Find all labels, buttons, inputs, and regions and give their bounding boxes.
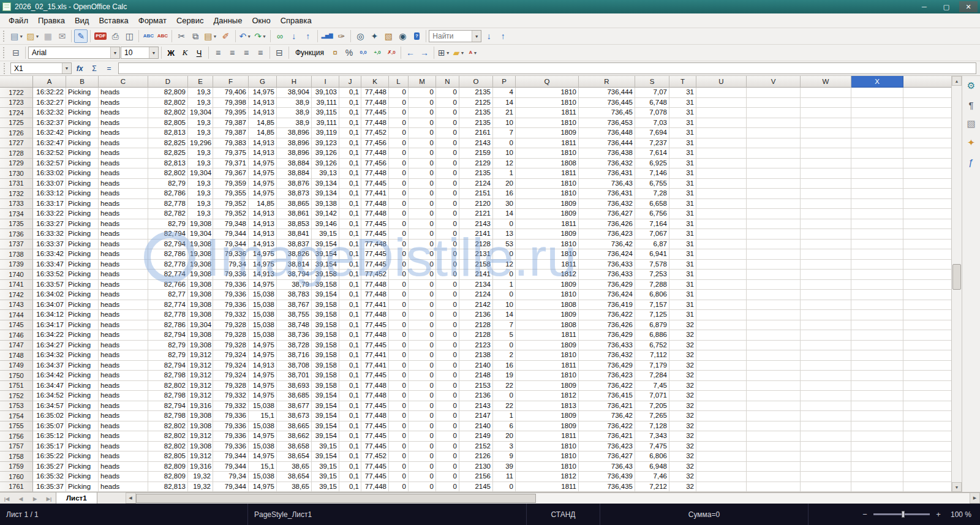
cell-F1758[interactable]: 79,344 [213, 451, 249, 462]
cell-B1753[interactable]: Picking [66, 401, 99, 412]
cell-J1737[interactable]: 0,1 [339, 240, 361, 250]
cell-K1751[interactable]: 77,448 [361, 381, 389, 391]
cell-H1758[interactable]: 38,654 [277, 451, 312, 462]
row-header-1732[interactable]: 1732 [0, 189, 33, 199]
cell-Q1732[interactable]: 1810 [516, 189, 579, 199]
cell-U1729[interactable] [696, 159, 747, 169]
cell-C1722[interactable]: heads [99, 88, 148, 98]
cell-M1743[interactable]: 0 [409, 300, 436, 311]
cell-L1731[interactable]: 0 [389, 179, 409, 189]
cell-M1734[interactable]: 0 [409, 209, 436, 219]
cell-R1731[interactable]: 736,43 [579, 179, 635, 189]
cell-D1736[interactable]: 82,794 [148, 229, 188, 240]
cell-R1722[interactable]: 736,444 [579, 88, 635, 98]
cell-F1737[interactable]: 79,344 [213, 240, 249, 250]
cell-F1722[interactable]: 79,406 [213, 88, 249, 98]
spellcheck-icon[interactable]: ABC [141, 29, 155, 43]
row-header-1724[interactable]: 1724 [0, 108, 33, 118]
cell-W1744[interactable] [801, 310, 851, 320]
row-header-1743[interactable]: 1743 [0, 300, 33, 311]
help-icon[interactable]: ? [410, 29, 423, 43]
cell-U1760[interactable] [696, 472, 747, 482]
cell-V1737[interactable] [747, 240, 801, 250]
cell-V1735[interactable] [747, 219, 801, 230]
cut-icon[interactable]: ✂ [175, 29, 188, 43]
cell-W1752[interactable] [801, 391, 851, 401]
cell-I1744[interactable]: 39,158 [312, 310, 339, 320]
cell-E1747[interactable]: 19,308 [188, 341, 213, 351]
cell-E1757[interactable]: 19,308 [188, 442, 213, 452]
cell-R1758[interactable]: 736,427 [579, 451, 635, 462]
cell-R1728[interactable]: 736,438 [579, 148, 635, 159]
cell-G1739[interactable]: 14,975 [249, 260, 277, 270]
cell-A1736[interactable]: 16:33:32 [33, 229, 66, 240]
paste-icon[interactable]: ▤▼ [203, 29, 218, 43]
cell-N1743[interactable]: 0 [436, 300, 459, 311]
cell-J1727[interactable]: 0,1 [339, 138, 361, 149]
cell-A1742[interactable]: 16:34:02 [33, 290, 66, 300]
cell-Q1737[interactable]: 1810 [516, 240, 579, 250]
cell-W1722[interactable] [801, 88, 851, 98]
cell-R1734[interactable]: 736,427 [579, 209, 635, 219]
cell-L1753[interactable]: 0 [389, 401, 409, 412]
cell-V1729[interactable] [747, 159, 801, 169]
cell-P1734[interactable]: 14 [493, 209, 516, 219]
cell-D1738[interactable]: 82,786 [148, 249, 188, 260]
cell-X1738[interactable] [851, 249, 903, 260]
cell-B1732[interactable]: Picking [66, 189, 99, 199]
cell-P1743[interactable]: 10 [493, 300, 516, 311]
delete-decimal-icon[interactable]: ✗,0 [385, 46, 398, 59]
cell-F1730[interactable]: 79,367 [213, 168, 249, 179]
cell-O1749[interactable]: 2140 [459, 361, 493, 371]
cell-N1759[interactable]: 0 [436, 462, 459, 472]
cell-B1730[interactable]: Picking [66, 168, 99, 179]
cell-L1746[interactable]: 0 [389, 330, 409, 341]
cell-N1722[interactable]: 0 [436, 88, 459, 98]
cell-M1752[interactable]: 0 [409, 391, 436, 401]
cell-U1754[interactable] [696, 411, 747, 421]
cell-U1723[interactable] [696, 98, 747, 108]
cell-A1744[interactable]: 16:34:12 [33, 310, 66, 320]
cell-D1744[interactable]: 82,778 [148, 310, 188, 320]
cell-S1722[interactable]: 7,07 [635, 88, 669, 98]
cell-I1737[interactable]: 39,154 [312, 240, 339, 250]
cell-K1758[interactable]: 77,452 [361, 451, 389, 462]
cell-G1726[interactable]: 14,85 [249, 128, 277, 138]
cell-G1745[interactable]: 15,038 [249, 320, 277, 331]
cell-I1730[interactable]: 39,13 [312, 168, 339, 179]
cell-U1727[interactable] [696, 138, 747, 149]
cell-U1722[interactable] [696, 88, 747, 98]
cell-T1747[interactable]: 32 [669, 341, 696, 351]
cell-W1747[interactable] [801, 341, 851, 351]
cell-F1735[interactable]: 79,348 [213, 219, 249, 230]
cell-J1761[interactable]: 0,1 [339, 482, 361, 493]
cell-E1755[interactable]: 19,308 [188, 421, 213, 432]
cell-J1728[interactable]: 0,1 [339, 148, 361, 159]
cell-K1734[interactable]: 77,448 [361, 209, 389, 219]
cell-K1730[interactable]: 77,448 [361, 168, 389, 179]
cell-M1726[interactable]: 0 [409, 128, 436, 138]
cell-B1745[interactable]: Picking [66, 320, 99, 331]
cell-F1752[interactable]: 79,332 [213, 391, 249, 401]
cell-C1729[interactable]: heads [99, 159, 148, 169]
cell-O1758[interactable]: 2126 [459, 451, 493, 462]
cell-T1740[interactable]: 31 [669, 270, 696, 280]
cell-U1745[interactable] [696, 320, 747, 331]
cell-F1728[interactable]: 79,375 [213, 148, 249, 159]
cell-P1742[interactable]: 0 [493, 290, 516, 300]
cell-U1735[interactable] [696, 219, 747, 230]
cell-B1742[interactable]: Picking [66, 290, 99, 300]
cell-Q1746[interactable]: 1811 [516, 330, 579, 341]
cell-G1736[interactable]: 14,913 [249, 229, 277, 240]
cell-X1731[interactable] [851, 179, 903, 189]
cell-T1750[interactable]: 32 [669, 371, 696, 381]
cell-P1749[interactable]: 16 [493, 361, 516, 371]
cell-M1742[interactable]: 0 [409, 290, 436, 300]
cell-V1741[interactable] [747, 280, 801, 290]
cell-G1729[interactable]: 14,975 [249, 159, 277, 169]
cell-D1748[interactable]: 82,79 [148, 350, 188, 361]
cell-A1747[interactable]: 16:34:27 [33, 341, 66, 351]
cell-V1749[interactable] [747, 361, 801, 371]
cell-C1746[interactable]: heads [99, 330, 148, 341]
cell-X1727[interactable] [851, 138, 903, 149]
